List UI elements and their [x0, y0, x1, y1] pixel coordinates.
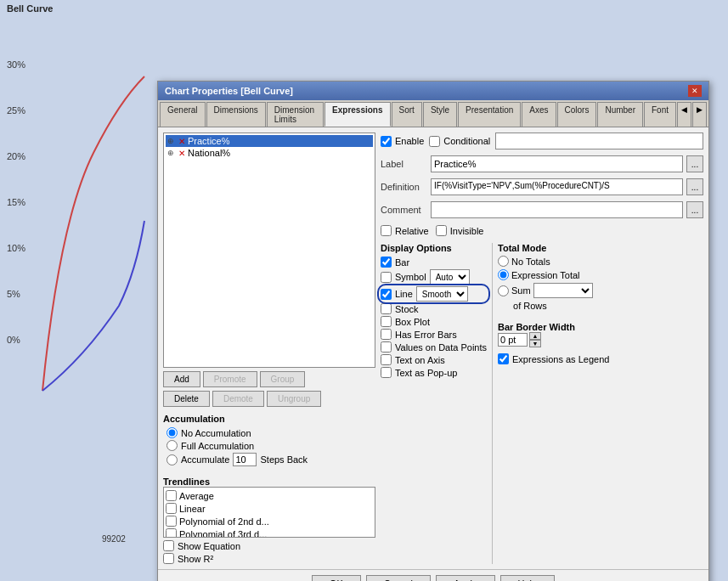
dialog-title: Chart Properties [Bell Curve]: [165, 86, 293, 96]
accumulate-radio[interactable]: [166, 454, 178, 465]
expression-total-radio[interactable]: [498, 269, 509, 280]
dialog-titlebar: Chart Properties [Bell Curve] ✕: [158, 82, 708, 100]
trendline-poly3-check[interactable]: [166, 528, 177, 538]
tab-bar: General Dimensions Dimension Limits Expr…: [158, 100, 708, 127]
tab-sort[interactable]: Sort: [392, 102, 422, 127]
show-equation-check[interactable]: [163, 540, 174, 551]
tab-number[interactable]: Number: [597, 102, 643, 127]
tab-general[interactable]: General: [160, 102, 206, 127]
tab-scroll-right[interactable]: ▶: [692, 102, 707, 127]
text-axis-checkbox[interactable]: [381, 354, 392, 365]
steps-input[interactable]: [233, 453, 257, 466]
comment-input[interactable]: [431, 201, 683, 218]
box-plot-checkbox[interactable]: [381, 316, 392, 327]
comment-dots-button[interactable]: ...: [686, 201, 703, 218]
error-bars-row: Has Error Bars: [381, 329, 487, 340]
text-on-axis-row: Text on Axis: [381, 354, 487, 365]
expressions-legend-label: Expressions as Legend: [512, 354, 609, 364]
conditional-input[interactable]: [495, 133, 703, 149]
tab-dimensions[interactable]: Dimensions: [206, 102, 266, 127]
expression-item-national[interactable]: ⊕ ✕ National%: [166, 147, 373, 159]
line-select[interactable]: Smooth Linear: [416, 286, 468, 302]
box-plot-row: Box Plot: [381, 316, 487, 327]
tab-colors[interactable]: Colors: [557, 102, 597, 127]
invisible-checkbox[interactable]: [436, 225, 447, 236]
definition-field-label: Definition: [381, 182, 427, 192]
sum-radio[interactable]: [498, 285, 509, 296]
demote-button[interactable]: Demote: [212, 391, 264, 407]
expr-type-icon-national: ✕: [178, 149, 185, 158]
apply-button[interactable]: Apply: [436, 575, 495, 581]
text-popup-checkbox[interactable]: [381, 367, 392, 378]
add-button[interactable]: Add: [163, 371, 200, 387]
group-button[interactable]: Group: [260, 371, 306, 387]
error-bars-label: Has Error Bars: [395, 330, 457, 340]
trendlines-list[interactable]: Average Linear Polynomial of 2nd d... Po…: [163, 487, 375, 538]
tab-style[interactable]: Style: [423, 102, 457, 127]
trendline-poly3: Polynomial of 3rd d...: [166, 527, 373, 538]
no-totals-radio[interactable]: [498, 256, 509, 267]
full-accumulation-radio[interactable]: [166, 440, 178, 451]
trendline-linear-check[interactable]: [166, 503, 177, 514]
trendlines-checkboxes: Show Equation Show R²: [163, 540, 375, 564]
bar-border-down[interactable]: ▼: [529, 340, 541, 347]
error-bars-checkbox[interactable]: [381, 329, 392, 340]
expressions-legend-checkbox[interactable]: [498, 353, 509, 364]
no-accumulation-radio[interactable]: [166, 427, 178, 438]
show-equation-label: Show Equation: [178, 541, 240, 551]
tab-axes[interactable]: Axes: [522, 102, 556, 127]
tab-scroll-left[interactable]: ◀: [677, 102, 691, 127]
chart-y-labels: 30%25%20%15%10%5%0%: [7, 59, 25, 345]
definition-dots-button[interactable]: ...: [686, 178, 703, 195]
help-button[interactable]: Help: [500, 575, 556, 581]
expression-item-practice[interactable]: ⊕ ✕ Practice%: [166, 135, 373, 147]
show-r2-check[interactable]: [163, 553, 174, 564]
enable-row: Enable: [381, 136, 424, 147]
symbol-checkbox[interactable]: [381, 272, 392, 283]
cancel-button[interactable]: Cancel: [366, 575, 431, 581]
bar-border-input[interactable]: [498, 333, 528, 347]
show-r2-row: Show R²: [163, 553, 375, 564]
relative-checkbox[interactable]: [381, 225, 392, 236]
rows-select[interactable]: [533, 283, 593, 298]
bar-border-section: Bar Border Width ▲ ▼: [498, 319, 609, 347]
stock-checkbox[interactable]: [381, 303, 392, 314]
trendline-poly2-label: Polynomial of 2nd d...: [179, 516, 269, 527]
display-options-section: Display Options Bar Symbol Auto: [381, 243, 487, 564]
symbol-label: Symbol: [395, 272, 426, 282]
line-checkbox[interactable]: [381, 289, 392, 300]
expression-buttons-row1: Add Promote Group: [163, 371, 375, 387]
definition-display: IF(%VisitType='NPV',Sum(%ProcedureCNT)/S: [431, 178, 683, 195]
bar-checkbox[interactable]: [381, 257, 392, 268]
comment-field-row: Comment ...: [381, 201, 703, 218]
comment-field-label: Comment: [381, 205, 427, 215]
stock-row: Stock: [381, 303, 487, 314]
text-popup-label: Text as Pop-up: [395, 368, 457, 378]
text-popup-row: Text as Pop-up: [381, 367, 487, 378]
symbol-select[interactable]: Auto: [430, 269, 470, 285]
delete-button[interactable]: Delete: [163, 391, 210, 407]
ok-button[interactable]: OK: [312, 575, 361, 581]
label-dots-button[interactable]: ...: [686, 155, 703, 172]
close-button[interactable]: ✕: [688, 85, 702, 97]
tab-expressions[interactable]: Expressions: [324, 102, 390, 127]
values-checkbox[interactable]: [381, 341, 392, 353]
tab-font[interactable]: Font: [644, 102, 676, 127]
tab-presentation[interactable]: Presentation: [458, 102, 521, 127]
trendline-average-check[interactable]: [166, 490, 177, 501]
promote-button[interactable]: Promote: [203, 371, 257, 387]
of-rows-row: of Rows: [498, 301, 609, 311]
full-accumulation-row: Full Accumulation: [166, 440, 375, 451]
bar-label: Bar: [395, 257, 409, 268]
tab-dimension-limits[interactable]: Dimension Limits: [267, 102, 324, 127]
invisible-label: Invisible: [450, 226, 484, 236]
trendline-poly2-check[interactable]: [166, 516, 177, 527]
total-mode-section: Total Mode No Totals Expression Total Su…: [492, 243, 609, 564]
bar-border-up[interactable]: ▲: [529, 332, 541, 340]
label-input[interactable]: [431, 155, 683, 172]
conditional-checkbox[interactable]: [429, 136, 440, 147]
ungroup-button[interactable]: Ungroup: [267, 391, 321, 407]
bar-border-title: Bar Border Width: [498, 322, 609, 332]
of-rows-label: of Rows: [513, 301, 547, 311]
enable-checkbox[interactable]: [381, 136, 392, 147]
